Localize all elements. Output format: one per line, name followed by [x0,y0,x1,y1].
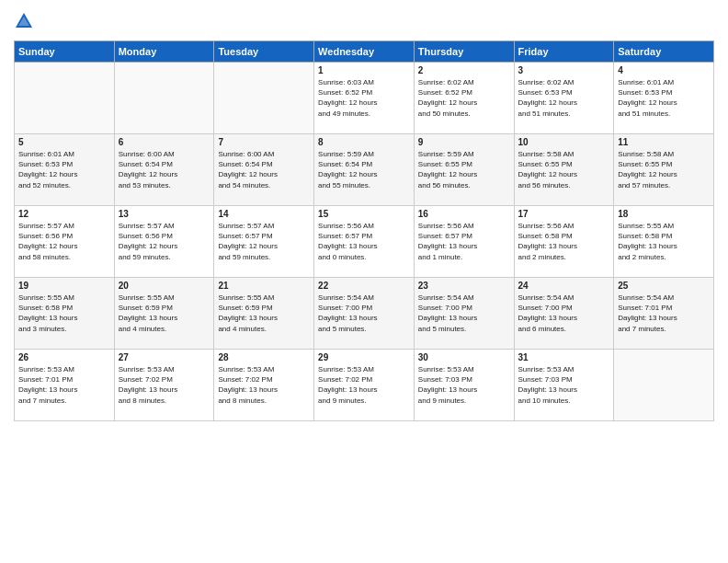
calendar-cell: 1Sunrise: 6:03 AM Sunset: 6:52 PM Daylig… [314,63,415,134]
calendar-cell: 17Sunrise: 5:56 AM Sunset: 6:58 PM Dayli… [514,206,614,278]
day-number: 30 [418,352,510,362]
day-number: 20 [119,281,210,291]
day-info: Sunrise: 5:55 AM Sunset: 6:59 PM Dayligh… [119,293,210,334]
calendar-cell: 20Sunrise: 5:55 AM Sunset: 6:59 PM Dayli… [114,278,214,350]
calendar-cell: 12Sunrise: 5:57 AM Sunset: 6:56 PM Dayli… [15,206,115,278]
day-number: 26 [18,352,110,362]
weekday-header-row: SundayMondayTuesdayWednesdayThursdayFrid… [15,41,714,63]
header [14,9,714,33]
day-number: 17 [518,209,610,219]
day-number: 19 [18,281,110,291]
day-number: 9 [418,137,510,147]
page: SundayMondayTuesdayWednesdayThursdayFrid… [0,0,728,563]
calendar-cell: 31Sunrise: 5:53 AM Sunset: 7:03 PM Dayli… [514,350,614,421]
calendar-cell: 2Sunrise: 6:02 AM Sunset: 6:52 PM Daylig… [414,63,514,134]
day-number: 13 [119,209,210,219]
day-number: 15 [318,209,410,219]
calendar-cell: 25Sunrise: 5:54 AM Sunset: 7:01 PM Dayli… [614,278,714,350]
day-number: 5 [18,137,110,147]
calendar-cell: 18Sunrise: 5:55 AM Sunset: 6:58 PM Dayli… [614,206,714,278]
week-row-5: 26Sunrise: 5:53 AM Sunset: 7:01 PM Dayli… [15,350,714,421]
calendar-cell: 5Sunrise: 6:01 AM Sunset: 6:53 PM Daylig… [15,134,115,206]
calendar-cell: 3Sunrise: 6:02 AM Sunset: 6:53 PM Daylig… [514,63,614,134]
day-number: 3 [518,65,610,75]
day-info: Sunrise: 5:57 AM Sunset: 6:56 PM Dayligh… [119,221,210,262]
day-number: 1 [318,65,410,75]
day-number: 31 [518,352,610,362]
week-row-2: 5Sunrise: 6:01 AM Sunset: 6:53 PM Daylig… [15,134,714,206]
weekday-header-wednesday: Wednesday [314,41,415,63]
calendar-cell: 4Sunrise: 6:01 AM Sunset: 6:53 PM Daylig… [614,63,714,134]
day-info: Sunrise: 5:53 AM Sunset: 7:01 PM Dayligh… [18,364,110,406]
calendar-cell: 15Sunrise: 5:56 AM Sunset: 6:57 PM Dayli… [314,206,415,278]
calendar-cell: 26Sunrise: 5:53 AM Sunset: 7:01 PM Dayli… [15,350,115,421]
day-info: Sunrise: 5:59 AM Sunset: 6:54 PM Dayligh… [318,149,410,190]
calendar-cell: 10Sunrise: 5:58 AM Sunset: 6:55 PM Dayli… [514,134,614,206]
calendar-cell: 28Sunrise: 5:53 AM Sunset: 7:02 PM Dayli… [214,350,314,421]
calendar-cell [15,63,115,134]
day-info: Sunrise: 5:58 AM Sunset: 6:55 PM Dayligh… [618,149,710,190]
day-info: Sunrise: 5:54 AM Sunset: 7:00 PM Dayligh… [518,293,610,334]
day-info: Sunrise: 6:03 AM Sunset: 6:52 PM Dayligh… [318,77,410,119]
day-number: 18 [618,209,710,219]
day-info: Sunrise: 5:53 AM Sunset: 7:02 PM Dayligh… [218,364,310,406]
calendar-cell: 21Sunrise: 5:55 AM Sunset: 6:59 PM Dayli… [214,278,314,350]
day-number: 28 [218,352,310,362]
calendar-cell: 19Sunrise: 5:55 AM Sunset: 6:58 PM Dayli… [15,278,115,350]
calendar-cell: 29Sunrise: 5:53 AM Sunset: 7:02 PM Dayli… [314,350,415,421]
day-info: Sunrise: 5:57 AM Sunset: 6:56 PM Dayligh… [18,221,110,262]
calendar-cell: 30Sunrise: 5:53 AM Sunset: 7:03 PM Dayli… [414,350,514,421]
day-info: Sunrise: 5:57 AM Sunset: 6:57 PM Dayligh… [218,221,310,262]
week-row-4: 19Sunrise: 5:55 AM Sunset: 6:58 PM Dayli… [15,278,714,350]
day-info: Sunrise: 5:53 AM Sunset: 7:02 PM Dayligh… [119,364,210,406]
calendar-cell: 27Sunrise: 5:53 AM Sunset: 7:02 PM Dayli… [114,350,214,421]
weekday-header-thursday: Thursday [414,41,514,63]
day-number: 7 [218,137,310,147]
calendar-table: SundayMondayTuesdayWednesdayThursdayFrid… [14,40,714,421]
day-info: Sunrise: 5:58 AM Sunset: 6:55 PM Dayligh… [518,149,610,190]
day-info: Sunrise: 5:56 AM Sunset: 6:58 PM Dayligh… [518,221,610,262]
weekday-header-friday: Friday [514,41,614,63]
week-row-3: 12Sunrise: 5:57 AM Sunset: 6:56 PM Dayli… [15,206,714,278]
day-info: Sunrise: 5:54 AM Sunset: 7:00 PM Dayligh… [418,293,510,334]
calendar-cell: 16Sunrise: 5:56 AM Sunset: 6:57 PM Dayli… [414,206,514,278]
calendar-cell: 8Sunrise: 5:59 AM Sunset: 6:54 PM Daylig… [314,134,415,206]
day-number: 24 [518,281,610,291]
day-info: Sunrise: 6:01 AM Sunset: 6:53 PM Dayligh… [18,149,110,190]
day-number: 16 [418,209,510,219]
calendar-cell: 13Sunrise: 5:57 AM Sunset: 6:56 PM Dayli… [114,206,214,278]
day-info: Sunrise: 6:00 AM Sunset: 6:54 PM Dayligh… [218,149,310,190]
day-number: 4 [618,65,710,75]
weekday-header-saturday: Saturday [614,41,714,63]
day-number: 27 [119,352,210,362]
day-info: Sunrise: 5:55 AM Sunset: 6:58 PM Dayligh… [18,293,110,334]
day-number: 6 [119,137,210,147]
calendar-cell [214,63,314,134]
day-number: 14 [218,209,310,219]
logo [14,13,38,33]
calendar-cell: 24Sunrise: 5:54 AM Sunset: 7:00 PM Dayli… [514,278,614,350]
weekday-header-sunday: Sunday [15,41,115,63]
day-info: Sunrise: 5:54 AM Sunset: 7:00 PM Dayligh… [318,293,410,334]
day-info: Sunrise: 5:59 AM Sunset: 6:55 PM Dayligh… [418,149,510,190]
calendar-cell [114,63,214,134]
weekday-header-tuesday: Tuesday [214,41,314,63]
weekday-header-monday: Monday [114,41,214,63]
day-info: Sunrise: 5:54 AM Sunset: 7:01 PM Dayligh… [618,293,710,334]
week-row-1: 1Sunrise: 6:03 AM Sunset: 6:52 PM Daylig… [15,63,714,134]
day-number: 11 [618,137,710,147]
calendar-cell: 6Sunrise: 6:00 AM Sunset: 6:54 PM Daylig… [114,134,214,206]
day-number: 10 [518,137,610,147]
day-number: 2 [418,65,510,75]
calendar-cell: 22Sunrise: 5:54 AM Sunset: 7:00 PM Dayli… [314,278,415,350]
calendar-cell [614,350,714,421]
day-info: Sunrise: 5:56 AM Sunset: 6:57 PM Dayligh… [318,221,410,262]
day-info: Sunrise: 5:55 AM Sunset: 6:58 PM Dayligh… [618,221,710,262]
day-number: 25 [618,281,710,291]
day-number: 29 [318,352,410,362]
day-info: Sunrise: 6:00 AM Sunset: 6:54 PM Dayligh… [119,149,210,190]
logo-icon [14,11,34,31]
calendar-cell: 7Sunrise: 6:00 AM Sunset: 6:54 PM Daylig… [214,134,314,206]
calendar-cell: 11Sunrise: 5:58 AM Sunset: 6:55 PM Dayli… [614,134,714,206]
day-number: 8 [318,137,410,147]
